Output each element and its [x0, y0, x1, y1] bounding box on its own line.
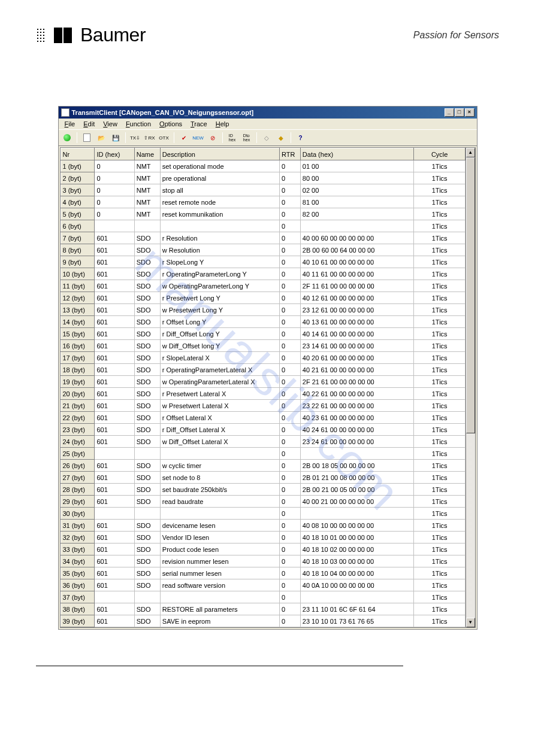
vertical-scrollbar[interactable]: ▲ ▼	[466, 148, 475, 627]
table-row[interactable]: 21 (byt)601SDOw Presetwert Lateral X023 …	[61, 400, 465, 412]
cell-rtr[interactable]: 0	[279, 472, 300, 484]
newdoc-icon[interactable]: NEW	[192, 132, 204, 144]
menu-function[interactable]: Function	[122, 120, 155, 128]
new-icon[interactable]	[81, 132, 93, 144]
cell-cycle[interactable]: 1Tics	[414, 532, 465, 544]
cell-name[interactable]: NMT	[134, 172, 160, 184]
cell-cycle[interactable]: 1Tics	[414, 472, 465, 484]
cell-name[interactable]: SDO	[134, 472, 160, 484]
cell-name[interactable]: SDO	[134, 352, 160, 364]
minimize-button[interactable]: _	[445, 108, 454, 117]
cell-data[interactable]: 23 11 10 01 6C 6F 61 64	[300, 603, 414, 615]
cell-rtr[interactable]: 0	[279, 544, 300, 555]
cell-data[interactable]: 40 0A 10 00 00 00 00 00	[300, 579, 414, 591]
cell-cycle[interactable]: 1Tics	[414, 196, 465, 208]
cell-rtr[interactable]: 0	[279, 352, 300, 364]
cell-nr[interactable]: 26 (byt)	[61, 460, 95, 472]
cell-data[interactable]: 40 18 10 04 00 00 00 00	[300, 567, 414, 579]
cell-name[interactable]: NMT	[134, 208, 160, 220]
cell-name[interactable]: SDO	[134, 555, 160, 567]
cell-data[interactable]: 40 12 61 00 00 00 00 00	[300, 292, 414, 304]
col-nr[interactable]: Nr	[61, 148, 95, 160]
cell-name[interactable]	[134, 508, 160, 520]
cell-rtr[interactable]: 0	[279, 280, 300, 292]
tb-status-icon[interactable]	[61, 132, 73, 144]
cell-id[interactable]: 0	[95, 208, 134, 220]
cell-nr[interactable]: 7 (byt)	[61, 232, 95, 244]
cell-nr[interactable]: 16 (byt)	[61, 340, 95, 352]
cell-data[interactable]: 40 23 61 00 00 00 00 00	[300, 412, 414, 424]
cell-name[interactable]: SDO	[134, 544, 160, 555]
cell-id[interactable]: 601	[95, 280, 134, 292]
cell-id[interactable]: 601	[95, 328, 134, 340]
cell-name[interactable]: SDO	[134, 280, 160, 292]
table-row[interactable]: 24 (byt)601SDOw Diff_Offset Lateral X023…	[61, 436, 465, 448]
col-cycle[interactable]: Cycle	[414, 148, 465, 160]
cell-id[interactable]: 601	[95, 544, 134, 555]
col-data[interactable]: Data (hex)	[300, 148, 414, 160]
cell-rtr[interactable]: 0	[279, 603, 300, 615]
cell-cycle[interactable]: 1Tics	[414, 292, 465, 304]
cell-cycle[interactable]: 1Tics	[414, 412, 465, 424]
cell-id[interactable]: 601	[95, 496, 134, 508]
menu-options[interactable]: Options	[156, 120, 186, 128]
cell-data[interactable]: 40 18 10 01 00 00 00 00	[300, 532, 414, 544]
cell-name[interactable]: SDO	[134, 244, 160, 256]
cell-rtr[interactable]: 0	[279, 208, 300, 220]
cell-nr[interactable]: 38 (byt)	[61, 603, 95, 615]
cell-id[interactable]	[95, 508, 134, 520]
cell-id[interactable]: 601	[95, 424, 134, 436]
col-id[interactable]: ID (hex)	[95, 148, 134, 160]
cell-rtr[interactable]: 0	[279, 232, 300, 244]
cell-desc[interactable]: w OperatingParameterLong Y	[160, 280, 279, 292]
cell-rtr[interactable]: 0	[279, 316, 300, 328]
menu-help[interactable]: Help	[212, 120, 233, 128]
cell-id[interactable]	[95, 448, 134, 460]
cell-cycle[interactable]: 1Tics	[414, 256, 465, 268]
table-row[interactable]: 38 (byt)601SDORESTORE all parameters023 …	[61, 603, 465, 615]
cell-id[interactable]: 0	[95, 196, 134, 208]
cell-data[interactable]: 80 00	[300, 172, 414, 184]
table-row[interactable]: 35 (byt)601SDOserial nummer lesen040 18 …	[61, 567, 465, 579]
cell-id[interactable]: 0	[95, 184, 134, 196]
cell-name[interactable]: NMT	[134, 184, 160, 196]
cell-nr[interactable]: 33 (byt)	[61, 544, 95, 555]
cell-id[interactable]: 601	[95, 412, 134, 424]
cell-id[interactable]: 601	[95, 376, 134, 388]
cell-rtr[interactable]: 0	[279, 160, 300, 172]
cell-name[interactable]: SDO	[134, 304, 160, 316]
dtohex-icon[interactable]: Dtohex	[241, 132, 253, 144]
cell-desc[interactable]: r Resolution	[160, 232, 279, 244]
cell-id[interactable]: 0	[95, 172, 134, 184]
cell-name[interactable]: SDO	[134, 388, 160, 400]
cell-rtr[interactable]: 0	[279, 615, 300, 627]
cell-name[interactable]: SDO	[134, 436, 160, 448]
cell-rtr[interactable]: 0	[279, 436, 300, 448]
cell-cycle[interactable]: 1Tics	[414, 220, 465, 232]
table-row[interactable]: 8 (byt)601SDOw Resolution02B 00 60 00 64…	[61, 244, 465, 256]
cell-data[interactable]: 40 22 61 00 00 00 00 00	[300, 388, 414, 400]
table-row[interactable]: 37 (byt)01Tics	[61, 591, 465, 603]
cell-nr[interactable]: 27 (byt)	[61, 472, 95, 484]
cell-nr[interactable]: 17 (byt)	[61, 352, 95, 364]
open-icon[interactable]: 📂	[95, 132, 107, 144]
cell-name[interactable]: SDO	[134, 615, 160, 627]
cell-rtr[interactable]: 0	[279, 364, 300, 376]
cell-nr[interactable]: 32 (byt)	[61, 532, 95, 544]
cell-desc[interactable]	[160, 448, 279, 460]
cell-cycle[interactable]: 1Tics	[414, 555, 465, 567]
table-row[interactable]: 26 (byt)601SDOw cyclic timer02B 00 18 05…	[61, 460, 465, 472]
cell-desc[interactable]: w OperatingParameterLateral X	[160, 376, 279, 388]
cell-cycle[interactable]: 1Tics	[414, 172, 465, 184]
cell-cycle[interactable]: 1Tics	[414, 591, 465, 603]
cell-name[interactable]: SDO	[134, 376, 160, 388]
table-row[interactable]: 3 (byt)0NMTstop all002 001Tics	[61, 184, 465, 196]
cell-nr[interactable]: 13 (byt)	[61, 304, 95, 316]
cell-nr[interactable]: 23 (byt)	[61, 424, 95, 436]
cell-desc[interactable]: Product code lesen	[160, 544, 279, 555]
cell-desc[interactable]: stop all	[160, 184, 279, 196]
cell-data[interactable]: 40 10 61 00 00 00 00 00	[300, 256, 414, 268]
cell-rtr[interactable]: 0	[279, 340, 300, 352]
cell-nr[interactable]: 9 (byt)	[61, 256, 95, 268]
cell-nr[interactable]: 30 (byt)	[61, 508, 95, 520]
